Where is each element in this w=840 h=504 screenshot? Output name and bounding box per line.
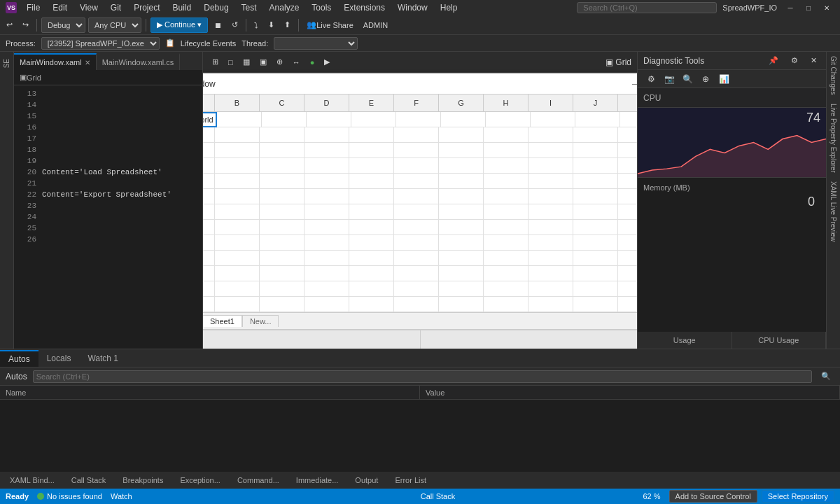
locals-tab[interactable]: Locals [38, 350, 80, 367]
grid-cell[interactable] [203, 158, 215, 174]
menu-item-git[interactable]: Git [105, 1, 127, 14]
grid-cell[interactable] [528, 251, 573, 266]
grid-cell[interactable] [484, 158, 528, 174]
grid-cell[interactable] [439, 266, 484, 281]
grid-cell[interactable] [304, 174, 349, 189]
minimize-button[interactable]: ─ [783, 3, 798, 13]
diag-zoom-btn[interactable]: 🔍 [680, 72, 695, 86]
grid-cell[interactable] [394, 204, 439, 220]
grid-cell[interactable] [618, 174, 637, 189]
editor-tab-mainwindow-cs[interactable]: MainWindow.xaml.cs [97, 53, 181, 70]
close-icon[interactable]: ✕ [85, 59, 90, 66]
grid-cell[interactable] [394, 143, 439, 158]
grid-cell[interactable] [528, 189, 573, 204]
maximize-button[interactable]: □ [801, 3, 816, 13]
diag-close-button[interactable]: ✕ [807, 53, 820, 69]
undo-button[interactable]: ↩ [3, 18, 16, 33]
wpf-btn-7[interactable]: ● [307, 55, 318, 70]
grid-cell[interactable] [439, 204, 484, 220]
editor-content[interactable]: 13 14 15 16 17 18 19 20 Content='Load Sp… [14, 85, 202, 349]
load-spreadsheet-button[interactable]: Load Spreadsheet [203, 330, 421, 349]
grid-cell[interactable] [573, 204, 618, 220]
grid-cell[interactable] [394, 235, 439, 251]
grid-cell[interactable] [573, 281, 618, 297]
grid-cell[interactable] [484, 204, 528, 220]
debug-tab-xamlbind[interactable]: XAML Bind... [3, 472, 62, 488]
grid-cell[interactable] [260, 204, 304, 220]
live-property-explorer-tab[interactable]: Live Property Explorer [828, 99, 839, 177]
grid-cell[interactable] [528, 281, 573, 297]
grid-cell[interactable] [260, 189, 304, 204]
grid-cell[interactable] [620, 112, 637, 127]
sheet-tab-1[interactable]: Sheet1 [203, 315, 242, 327]
grid-cell[interactable] [304, 189, 349, 204]
grid-cell[interactable] [203, 297, 215, 312]
solution-explorer-tab[interactable]: SE [1, 55, 12, 72]
grid-cell[interactable] [484, 143, 528, 158]
grid-cell[interactable] [528, 158, 573, 174]
process-dropdown[interactable]: [23952] SpreadWPF_IO.exe [41, 37, 160, 50]
grid-cell[interactable] [349, 220, 394, 235]
diag-tab-cpu-usage[interactable]: CPU Usage [732, 332, 827, 349]
grid-cell[interactable] [439, 235, 484, 251]
grid-cell[interactable] [215, 189, 260, 204]
debug-tab-command[interactable]: Command... [230, 472, 286, 488]
grid-cell[interactable] [618, 281, 637, 297]
grid-cell[interactable] [575, 112, 620, 127]
grid-cell[interactable] [484, 189, 528, 204]
grid-cell[interactable] [394, 281, 439, 297]
pin-button[interactable]: 📌 [765, 53, 782, 69]
grid-cell[interactable] [439, 281, 484, 297]
grid-cell[interactable] [349, 281, 394, 297]
grid-cell[interactable] [215, 143, 260, 158]
menu-item-project[interactable]: Project [128, 1, 165, 14]
grid-cell[interactable] [304, 266, 349, 281]
grid-cell[interactable] [439, 251, 484, 266]
grid-cell[interactable] [573, 220, 618, 235]
wpf-btn-4[interactable]: ▣ [256, 55, 270, 70]
grid-cell[interactable] [304, 204, 349, 220]
grid-cell[interactable] [215, 220, 260, 235]
grid-cell[interactable] [439, 189, 484, 204]
wpf-btn-3[interactable]: ▦ [239, 55, 253, 70]
grid-cell[interactable] [304, 127, 349, 143]
debug-tab-output[interactable]: Output [348, 472, 385, 488]
grid-cell[interactable] [349, 127, 394, 143]
live-share-button[interactable]: 👥 Live Share [303, 18, 357, 33]
wpf-btn-6[interactable]: ↔ [289, 55, 304, 70]
menu-item-test[interactable]: Test [236, 1, 262, 14]
grid-cell[interactable] [215, 281, 260, 297]
autos-search-input[interactable] [33, 370, 812, 383]
grid-cell[interactable] [528, 266, 573, 281]
grid-cell[interactable] [618, 235, 637, 251]
menu-item-extensions[interactable]: Extensions [338, 1, 391, 14]
grid-cell[interactable] [260, 143, 304, 158]
export-spreadsheet-button[interactable]: Export Spreadsheet [421, 330, 638, 349]
grid-cell[interactable] [304, 143, 349, 158]
menu-item-help[interactable]: Help [435, 1, 463, 14]
diag-settings-btn[interactable]: ⚙ [643, 72, 659, 86]
stop-button[interactable]: ⏹ [211, 18, 225, 33]
grid-cell[interactable] [203, 189, 215, 204]
wpf-btn-2[interactable]: □ [225, 55, 237, 70]
grid-cell[interactable] [528, 204, 573, 220]
menu-item-build[interactable]: Build [167, 1, 197, 14]
grid-cell[interactable] [203, 251, 215, 266]
grid-cell[interactable] [203, 204, 215, 220]
close-button[interactable]: ✕ [819, 3, 834, 13]
grid-cell[interactable] [349, 174, 394, 189]
grid-cell[interactable] [217, 112, 262, 127]
grid-cell[interactable] [618, 158, 637, 174]
grid-cell[interactable] [486, 112, 531, 127]
grid-cell[interactable] [531, 112, 575, 127]
grid-cell[interactable] [618, 297, 637, 312]
grid-cell[interactable] [349, 297, 394, 312]
diag-tab-usage[interactable]: Usage [638, 332, 732, 349]
grid-cell[interactable] [351, 112, 396, 127]
menu-item-file[interactable]: File [21, 1, 46, 14]
diag-chart-btn[interactable]: 📊 [716, 72, 732, 86]
grid-cell[interactable] [203, 127, 215, 143]
step-out-button[interactable]: ⬆ [281, 18, 294, 33]
grid-cell[interactable] [573, 235, 618, 251]
grid-cell[interactable] [439, 143, 484, 158]
